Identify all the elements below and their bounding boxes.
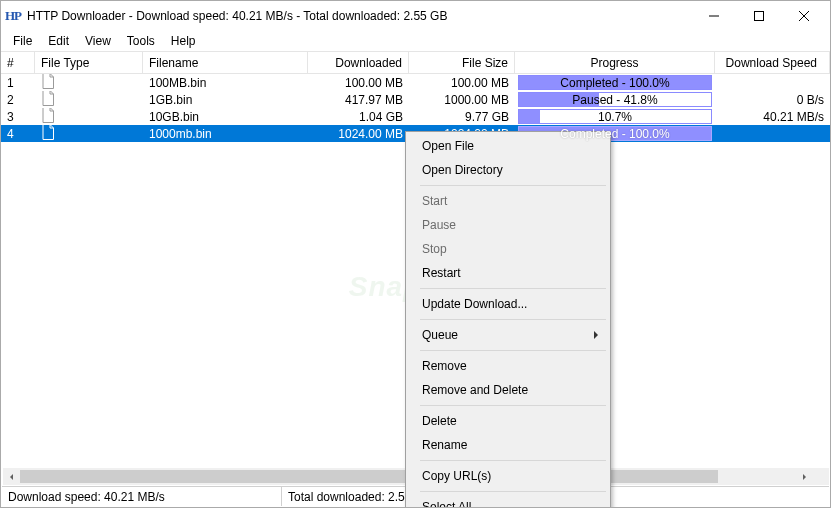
context-menu-separator [420,405,606,406]
file-icon [41,125,55,142]
col-header-type[interactable]: File Type [35,52,143,73]
context-menu-separator [420,350,606,351]
context-menu-item-copy-url-s[interactable]: Copy URL(s) [408,464,608,488]
progress-bar: 10.7% [518,109,712,124]
menu-view[interactable]: View [77,32,119,50]
cell-downloaded: 1.04 GB [308,108,409,125]
progress-label: Completed - 100.0% [560,76,669,90]
progress-label: Paused - 41.8% [572,93,657,107]
svg-rect-1 [754,12,763,21]
context-menu-item-pause: Pause [408,213,608,237]
context-menu-item-remove[interactable]: Remove [408,354,608,378]
cell-num: 4 [1,125,35,142]
menu-help[interactable]: Help [163,32,204,50]
cell-filesize: 100.00 MB [409,74,515,91]
cell-filename: 100MB.bin [143,74,308,91]
cell-type [35,108,143,125]
progress-label: Completed - 100.0% [560,127,669,141]
cell-downloaded: 100.00 MB [308,74,409,91]
context-menu-item-select-all[interactable]: Select All [408,495,608,508]
close-button[interactable] [781,1,826,31]
cell-filesize: 1000.00 MB [409,91,515,108]
progress-label: 10.7% [598,110,632,124]
context-menu-item-start: Start [408,189,608,213]
cell-downloaded: 1024.00 MB [308,125,409,142]
cell-progress: 10.7% [515,108,715,125]
context-menu-item-delete[interactable]: Delete [408,409,608,433]
context-menu-item-update-download[interactable]: Update Download... [408,292,608,316]
file-icon [41,91,55,108]
window-title: HTTP Downloader - Download speed: 40.21 … [27,9,691,23]
context-menu-item-restart[interactable]: Restart [408,261,608,285]
col-header-num[interactable]: # [1,52,35,73]
context-menu-item-remove-and-delete[interactable]: Remove and Delete [408,378,608,402]
context-menu-separator [420,491,606,492]
file-icon [41,108,55,125]
table-row[interactable]: 3 10GB.bin 1.04 GB 9.77 GB 10.7% 40.21 M… [1,108,830,125]
context-menu-item-open-directory[interactable]: Open Directory [408,158,608,182]
progress-bar: Completed - 100.0% [518,75,712,90]
cell-filesize: 9.77 GB [409,108,515,125]
window-controls [691,1,826,31]
menu-file[interactable]: File [5,32,40,50]
titlebar: HP HTTP Downloader - Download speed: 40.… [1,1,830,31]
context-menu-separator [420,288,606,289]
cell-speed: 0 B/s [715,91,830,108]
menubar: FileEditViewToolsHelp [1,31,830,51]
context-menu-item-rename[interactable]: Rename [408,433,608,457]
cell-num: 1 [1,74,35,91]
scroll-right-button[interactable] [795,468,812,485]
minimize-button[interactable] [691,1,736,31]
cell-downloaded: 417.97 MB [308,91,409,108]
file-icon [41,74,55,91]
table-row[interactable]: 1 100MB.bin 100.00 MB 100.00 MB Complete… [1,74,830,91]
col-header-progress[interactable]: Progress [515,52,715,73]
chevron-right-icon [594,331,598,339]
cell-num: 3 [1,108,35,125]
status-speed: Download speed: 40.21 MB/s [2,487,282,506]
col-header-downloaded[interactable]: Downloaded [308,52,409,73]
cell-type [35,91,143,108]
cell-filename: 1GB.bin [143,91,308,108]
scroll-thumb[interactable] [20,470,718,483]
col-header-speed[interactable]: Download Speed [715,52,830,73]
app-icon: HP [5,8,21,24]
cell-filename: 10GB.bin [143,108,308,125]
context-menu: Open FileOpen DirectoryStartPauseStopRes… [405,131,611,508]
scroll-left-button[interactable] [3,468,20,485]
menu-tools[interactable]: Tools [119,32,163,50]
context-menu-separator [420,185,606,186]
svg-marker-5 [803,474,806,480]
table-header: # File Type Filename Downloaded File Siz… [1,51,830,74]
col-header-size[interactable]: File Size [409,52,515,73]
context-menu-separator [420,319,606,320]
context-menu-item-stop: Stop [408,237,608,261]
context-menu-item-queue[interactable]: Queue [408,323,608,347]
context-menu-separator [420,460,606,461]
cell-type [35,74,143,91]
cell-type [35,125,143,142]
cell-speed: 40.21 MB/s [715,108,830,125]
menu-edit[interactable]: Edit [40,32,77,50]
table-row[interactable]: 2 1GB.bin 417.97 MB 1000.00 MB Paused - … [1,91,830,108]
col-header-name[interactable]: Filename [143,52,308,73]
progress-bar: Paused - 41.8% [518,92,712,107]
scroll-corner [812,468,829,485]
cell-progress: Completed - 100.0% [515,74,715,91]
cell-speed [715,125,830,142]
cell-speed [715,74,830,91]
cell-progress: Paused - 41.8% [515,91,715,108]
cell-filename: 1000mb.bin [143,125,308,142]
svg-marker-4 [10,474,13,480]
cell-num: 2 [1,91,35,108]
maximize-button[interactable] [736,1,781,31]
